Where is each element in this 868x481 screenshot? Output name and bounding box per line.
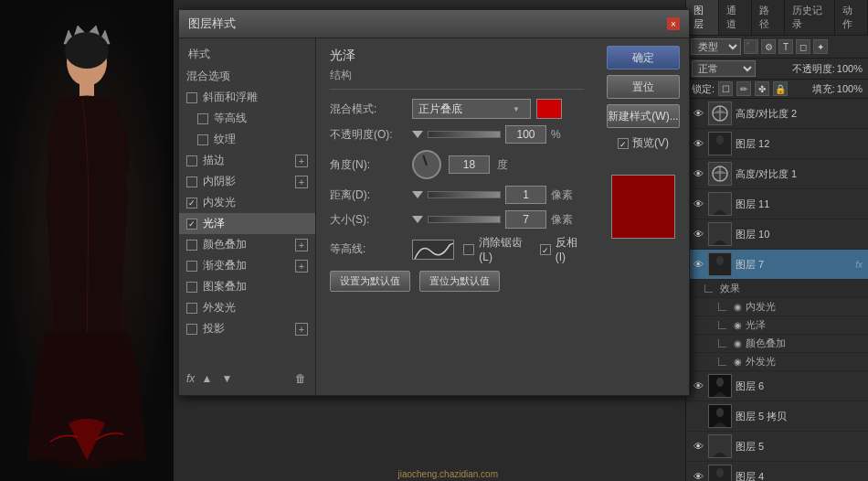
style-checkbox-1[interactable] xyxy=(197,113,208,124)
invert-checkbox[interactable] xyxy=(540,244,551,255)
style-checkbox-6[interactable] xyxy=(186,219,197,230)
layer-type-filter[interactable]: 类型 xyxy=(691,38,741,55)
style-item-2[interactable]: 纹理 xyxy=(179,129,315,150)
opacity-input[interactable]: 100 xyxy=(505,125,546,144)
opacity-track[interactable] xyxy=(428,131,501,138)
large-color-swatch[interactable] xyxy=(611,175,675,239)
filter-shape-btn[interactable]: ◻ xyxy=(796,39,810,54)
lock-transparent-btn[interactable]: ☐ xyxy=(718,81,733,96)
style-add-btn-4[interactable]: + xyxy=(295,176,308,188)
layer-row-4[interactable]: 👁图层 10 xyxy=(686,219,868,250)
style-checkbox-11[interactable] xyxy=(186,324,197,335)
preview-checkbox[interactable] xyxy=(618,138,629,149)
add-style-btn[interactable]: ▲ xyxy=(198,370,215,387)
effect-item-5-1[interactable]: ◉ 光泽 xyxy=(686,316,868,335)
reset-default-btn[interactable]: 置位为默认值 xyxy=(419,271,500,292)
eye-icon-9[interactable]: 👁 xyxy=(692,470,704,481)
style-item-9[interactable]: 图案叠加 xyxy=(179,276,315,297)
effect-item-5-0[interactable]: ◉ 内发光 xyxy=(686,298,868,316)
angle-dial[interactable] xyxy=(412,150,441,179)
style-checkbox-3[interactable] xyxy=(186,155,197,166)
style-checkbox-5[interactable] xyxy=(186,198,197,208)
style-item-6[interactable]: 光泽 xyxy=(179,213,315,234)
eye-icon-7[interactable] xyxy=(692,410,704,422)
contour-preview[interactable] xyxy=(412,240,454,260)
layer-row-1[interactable]: 👁图层 12 xyxy=(686,129,868,159)
new-style-button[interactable]: 新建样式(W)... xyxy=(607,104,680,128)
opacity-slider[interactable] xyxy=(412,131,423,138)
delete-style-btn[interactable]: 🗑 xyxy=(292,370,309,387)
tab-paths[interactable]: 路径 xyxy=(752,0,785,35)
style-checkbox-10[interactable] xyxy=(186,303,197,314)
style-item-7[interactable]: 颜色叠加+ xyxy=(179,234,315,255)
eye-icon-2[interactable]: 👁 xyxy=(692,167,704,180)
style-item-1[interactable]: 等高线 xyxy=(179,108,315,129)
style-checkbox-9[interactable] xyxy=(186,282,197,293)
style-item-0[interactable]: 斜面和浮雕 xyxy=(179,87,315,108)
ok-button[interactable]: 确定 xyxy=(607,46,680,69)
dialog-close-button[interactable]: × xyxy=(667,17,680,30)
style-item-blend[interactable]: 混合选项 xyxy=(179,66,315,87)
layer-row-9[interactable]: 👁图层 4 xyxy=(686,462,868,481)
tab-channels[interactable]: 通道 xyxy=(719,0,752,35)
style-checkbox-8[interactable] xyxy=(186,261,197,272)
tab-history[interactable]: 历史记录 xyxy=(785,0,835,35)
eye-icon-0[interactable]: 👁 xyxy=(692,107,704,120)
layer-row-8[interactable]: 👁图层 5 xyxy=(686,432,868,462)
style-checkbox-0[interactable] xyxy=(186,92,197,103)
style-item-11[interactable]: 投影+ xyxy=(179,318,315,339)
size-track[interactable] xyxy=(428,216,501,223)
style-checkbox-2[interactable] xyxy=(197,134,208,145)
eye-icon-5[interactable]: 👁 xyxy=(692,258,704,271)
anti-alias-checkbox[interactable] xyxy=(463,244,474,255)
lock-position-btn[interactable]: ✤ xyxy=(755,81,769,96)
style-add-btn-3[interactable]: + xyxy=(295,155,308,167)
eye-icon-3[interactable]: 👁 xyxy=(692,198,704,210)
style-item-8[interactable]: 渐变叠加+ xyxy=(179,255,315,276)
angle-input[interactable]: 18 xyxy=(449,155,490,174)
eye-icon-6[interactable]: 👁 xyxy=(692,379,704,392)
effect-item-5-3[interactable]: ◉ 外发光 xyxy=(686,353,868,371)
layer-row-6[interactable]: 👁图层 6 xyxy=(686,371,868,401)
lock-paint-btn[interactable]: ✏ xyxy=(736,81,751,96)
style-add-btn-7[interactable]: + xyxy=(295,239,308,251)
set-default-btn[interactable]: 设置为默认值 xyxy=(330,271,410,292)
effect-item-5-2[interactable]: ◉ 颜色叠加 xyxy=(686,335,868,353)
distance-slider[interactable] xyxy=(412,191,423,198)
style-item-5[interactable]: 内发光 xyxy=(179,192,315,213)
style-item-4[interactable]: 内阴影+ xyxy=(179,171,315,192)
distance-input[interactable]: 1 xyxy=(505,186,546,204)
style-add-btn-11[interactable]: + xyxy=(295,323,308,336)
style-add-btn-8[interactable]: + xyxy=(295,260,308,273)
blend-color-swatch[interactable] xyxy=(536,99,562,119)
filter-smart-btn[interactable]: ✦ xyxy=(813,39,828,54)
eye-icon-4[interactable]: 👁 xyxy=(692,228,704,240)
effect-eye-0[interactable]: ◉ xyxy=(734,302,742,312)
layer-row-0[interactable]: 👁高度/对比度 2 xyxy=(686,99,868,129)
cancel-button[interactable]: 置位 xyxy=(607,75,680,99)
filter-type-btn[interactable]: T xyxy=(778,39,793,54)
effect-eye-2[interactable]: ◉ xyxy=(734,338,742,348)
blend-mode-select[interactable]: 正片叠底 xyxy=(412,99,531,119)
filter-pixel-btn[interactable]: ⬛ xyxy=(744,39,758,54)
tab-layers[interactable]: 图层 xyxy=(686,0,719,35)
filter-adjust-btn[interactable]: ⚙ xyxy=(761,39,776,54)
effect-eye-3[interactable]: ◉ xyxy=(734,357,742,367)
eye-icon-8[interactable]: 👁 xyxy=(692,440,704,453)
style-checkbox-7[interactable] xyxy=(186,240,197,251)
layer-row-2[interactable]: 👁高度/对比度 1 xyxy=(686,159,868,189)
layer-row-5[interactable]: 👁图层 7fx xyxy=(686,250,868,280)
move-up-btn[interactable]: ▼ xyxy=(218,370,235,387)
tab-actions[interactable]: 动作 xyxy=(835,0,868,35)
lock-all-btn[interactable]: 🔒 xyxy=(773,81,788,96)
size-slider[interactable] xyxy=(412,216,423,223)
effect-eye-1[interactable]: ◉ xyxy=(734,320,742,330)
style-item-3[interactable]: 描边+ xyxy=(179,150,315,171)
style-checkbox-4[interactable] xyxy=(186,176,197,187)
layer-row-3[interactable]: 👁图层 11 xyxy=(686,189,868,219)
distance-track[interactable] xyxy=(428,191,501,198)
layer-blend-select[interactable]: 正常 xyxy=(692,60,756,77)
style-item-10[interactable]: 外发光 xyxy=(179,297,315,318)
eye-icon-1[interactable]: 👁 xyxy=(692,137,704,150)
size-input[interactable]: 7 xyxy=(505,210,546,229)
